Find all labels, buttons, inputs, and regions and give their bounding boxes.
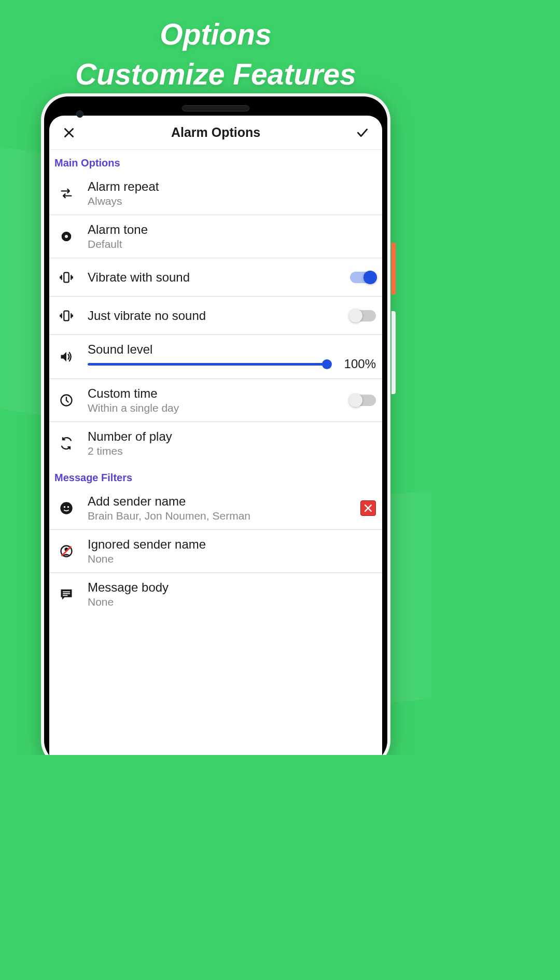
message-body-sub: None: [88, 596, 376, 608]
phone-camera: [76, 110, 83, 118]
close-button[interactable]: [60, 123, 78, 142]
alarm-repeat-title: Alarm repeat: [88, 179, 376, 194]
just-vibrate-toggle[interactable]: [350, 310, 376, 321]
add-sender-sub: Brain Baur, Jon Noumen, Serman: [88, 510, 347, 522]
sound-level-slider[interactable]: [88, 363, 327, 366]
confirm-button[interactable]: [353, 123, 372, 142]
message-body-title: Message body: [88, 580, 376, 595]
sound-level-title: Sound level: [88, 342, 376, 357]
phone-power-button: [391, 243, 396, 295]
clock-icon: [59, 393, 74, 408]
vibrate-sound-toggle[interactable]: [350, 272, 376, 283]
item-alarm-repeat[interactable]: Alarm repeat Always: [49, 172, 382, 215]
item-alarm-tone[interactable]: Alarm tone Default: [49, 215, 382, 258]
play-count-title: Number of play: [88, 429, 376, 444]
item-message-body[interactable]: Message body None: [49, 573, 382, 615]
custom-time-sub: Within a single day: [88, 402, 337, 414]
svg-rect-3: [64, 311, 68, 320]
just-vibrate-title: Just vibrate no sound: [88, 309, 337, 323]
blocked-person-icon: [59, 543, 74, 559]
svg-point-5: [60, 502, 72, 514]
alarm-repeat-sub: Always: [88, 195, 376, 207]
svg-point-1: [65, 235, 68, 238]
phone-speaker: [182, 105, 249, 111]
item-just-vibrate: Just vibrate no sound: [49, 297, 382, 335]
remove-sender-button[interactable]: [360, 500, 376, 516]
phone-frame: Alarm Options Main Options Alarm repeat …: [41, 93, 390, 755]
x-icon: [363, 503, 373, 513]
svg-rect-2: [64, 272, 68, 282]
tone-icon: [59, 229, 74, 244]
item-vibrate-with-sound: Vibrate with sound: [49, 258, 382, 297]
loop-icon: [59, 436, 74, 451]
promo-heading: Options Customize Features: [0, 0, 431, 94]
heading-line1: Options: [160, 18, 271, 51]
heading-line2: Customize Features: [75, 58, 356, 91]
ignored-sender-sub: None: [88, 553, 376, 565]
message-icon: [59, 586, 74, 602]
item-sound-level: Sound level 100%: [49, 335, 382, 379]
svg-point-6: [64, 506, 66, 508]
section-message-filters: Message Filters: [49, 465, 382, 487]
custom-time-toggle[interactable]: [350, 395, 376, 406]
alarm-tone-sub: Default: [88, 238, 376, 250]
person-icon: [59, 500, 74, 516]
app-screen: Alarm Options Main Options Alarm repeat …: [49, 116, 382, 755]
check-icon: [356, 126, 369, 139]
item-add-sender[interactable]: Add sender name Brain Baur, Jon Noumen, …: [49, 487, 382, 530]
phone-volume-button: [391, 311, 396, 394]
play-count-sub: 2 times: [88, 445, 376, 457]
ignored-sender-title: Ignored sender name: [88, 537, 376, 552]
item-ignored-sender[interactable]: Ignored sender name None: [49, 530, 382, 573]
custom-time-title: Custom time: [88, 386, 337, 401]
vibrate-sound-title: Vibrate with sound: [88, 270, 337, 285]
item-custom-time: Custom time Within a single day: [49, 379, 382, 422]
add-sender-title: Add sender name: [88, 494, 347, 509]
volume-icon: [59, 349, 74, 365]
alarm-tone-title: Alarm tone: [88, 222, 376, 237]
vibrate-icon: [59, 270, 74, 285]
svg-point-7: [67, 506, 69, 508]
sound-level-value: 100%: [339, 357, 376, 371]
section-main-options: Main Options: [49, 150, 382, 172]
close-icon: [62, 126, 76, 139]
repeat-icon: [59, 186, 74, 201]
item-play-count[interactable]: Number of play 2 times: [49, 422, 382, 465]
vibrate-only-icon: [59, 308, 74, 324]
page-title: Alarm Options: [171, 125, 260, 140]
app-header: Alarm Options: [49, 116, 382, 150]
